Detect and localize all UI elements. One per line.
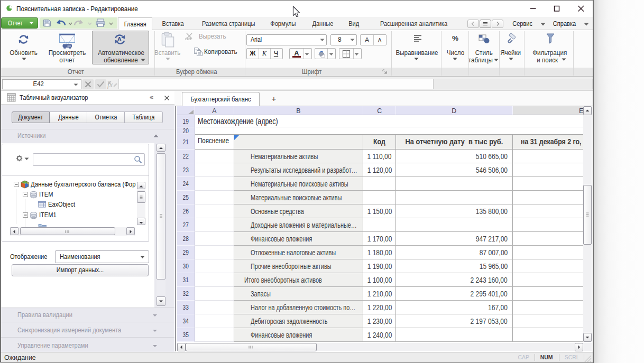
svg-text:A: A	[117, 36, 122, 42]
